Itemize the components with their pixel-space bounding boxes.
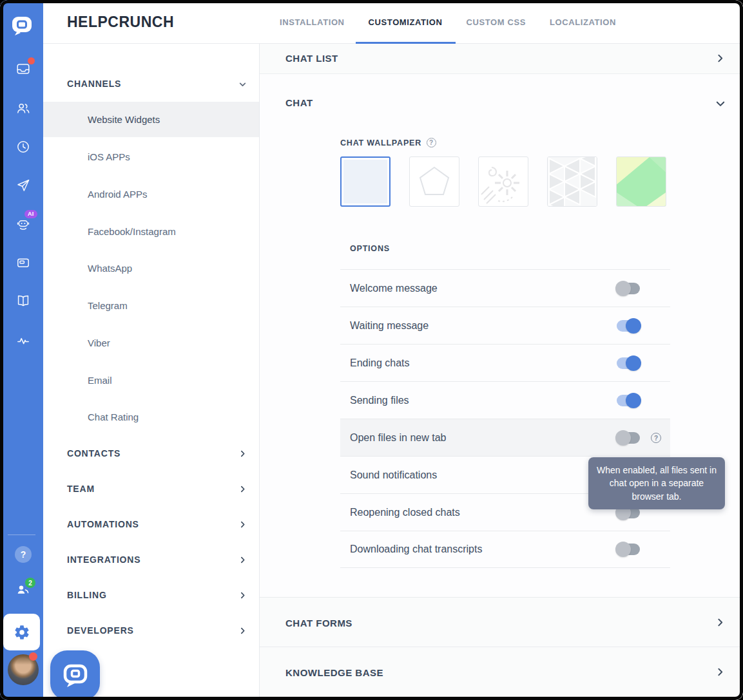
section-chat-forms[interactable]: CHAT FORMS [260, 597, 743, 647]
chat-forms-title: CHAT FORMS [285, 618, 352, 629]
sidebar-item-whatsapp[interactable]: WhatsApp [88, 263, 132, 274]
sidebar-item-android-apps[interactable]: Android APPs [88, 189, 148, 200]
option-label: Downloading chat transcripts [350, 544, 482, 555]
settings-tabs: INSTALLATION CUSTOMIZATION CUSTOM CSS LO… [280, 0, 616, 44]
ai-chatbot-icon[interactable] [15, 216, 31, 232]
sidebar-section-integrations[interactable]: INTEGRATIONS [67, 554, 140, 565]
top-header: HELPCRUNCH INSTALLATION CUSTOMIZATION CU… [43, 0, 743, 44]
icon-rail: AI ? 2 [0, 0, 43, 700]
option-label: Sound notifications [350, 469, 437, 481]
rail-divider [8, 534, 35, 535]
sidebar-item-ios-apps[interactable]: iOS APPs [88, 151, 130, 162]
wallpaper-pentagon[interactable] [409, 156, 459, 207]
option-row-open-files-new-tab: Open files in new tab ? [340, 419, 670, 456]
ending-chats-toggle[interactable] [617, 357, 640, 369]
tab-localization[interactable]: LOCALIZATION [550, 0, 616, 44]
wallpaper-floral-ornament[interactable] [478, 156, 528, 207]
chat-section-title: CHAT [285, 97, 313, 108]
chevron-right-icon[interactable] [238, 484, 247, 493]
sidebar-item-website-widgets[interactable]: Website Widgets [88, 114, 160, 125]
sidebar-item-email[interactable]: Email [88, 375, 112, 386]
tab-installation[interactable]: INSTALLATION [280, 0, 345, 44]
option-row-downloading-chat-transcripts: Downloading chat transcripts [340, 531, 670, 568]
chat-wallpaper-label-text: CHAT WALLPAPER [340, 138, 421, 147]
app-window: AI ? 2 [0, 0, 743, 700]
option-label: Waiting message [350, 320, 429, 332]
brand-title: HELPCRUNCH [67, 0, 174, 44]
chevron-right-icon[interactable] [238, 449, 247, 458]
option-row-welcome-message: Welcome message [340, 269, 670, 307]
contacts-icon[interactable] [15, 100, 31, 116]
option-label: Sending files [350, 395, 409, 406]
sending-files-toggle[interactable] [617, 395, 640, 406]
help-icon[interactable]: ? [15, 546, 32, 563]
avatar-status-dot [29, 652, 37, 661]
sidebar-section-channels[interactable]: CHANNELS [67, 79, 121, 89]
option-help-icon[interactable]: ? [651, 433, 661, 443]
option-row-waiting-message: Waiting message [340, 307, 670, 344]
inbox-unread-dot [28, 57, 35, 64]
knowledge-base-book-icon[interactable] [15, 293, 31, 308]
chevron-down-icon[interactable] [715, 99, 726, 109]
sidebar-section-automations[interactable]: AUTOMATIONS [67, 519, 139, 529]
sidebar-section-team[interactable]: TEAM [67, 484, 95, 494]
gear-icon [14, 624, 30, 641]
chevron-right-icon[interactable] [715, 53, 726, 64]
widgets-card-icon[interactable] [15, 255, 31, 270]
welcome-message-toggle[interactable] [617, 283, 640, 294]
waiting-message-toggle[interactable] [617, 320, 640, 332]
helpcrunch-logo-icon[interactable] [10, 13, 34, 37]
chat-wallpaper-label: CHAT WALLPAPER ? [340, 138, 436, 147]
tab-customization[interactable]: CUSTOMIZATION [369, 0, 443, 44]
section-chat-list[interactable]: CHAT LIST [260, 44, 743, 74]
customization-panel: CHAT LIST CHAT CHAT WALLPAPER ? [260, 44, 743, 700]
section-knowledge-base[interactable]: KNOWLEDGE BASE [260, 647, 743, 700]
ai-badge: AI [24, 210, 37, 218]
chevron-right-icon[interactable] [238, 555, 247, 564]
sidebar-item-chat-rating[interactable]: Chat Rating [88, 411, 139, 422]
open-files-new-tab-toggle[interactable] [617, 432, 640, 444]
chevron-right-icon[interactable] [715, 618, 726, 628]
open-files-tooltip: When enabled, all files sent in chat ope… [588, 457, 725, 509]
sidebar-item-telegram[interactable]: Telegram [88, 300, 128, 311]
option-row-sending-files: Sending files [340, 381, 670, 419]
chevron-right-icon[interactable] [238, 520, 247, 529]
campaigns-send-icon[interactable] [15, 178, 31, 193]
settings-tab-active[interactable] [3, 614, 40, 650]
option-label: Welcome message [350, 283, 438, 294]
sidebar-section-billing[interactable]: BILLING [67, 590, 107, 600]
chevron-right-icon[interactable] [715, 667, 726, 677]
chevron-right-icon[interactable] [238, 626, 247, 635]
wallpaper-plain-selected[interactable] [340, 156, 391, 207]
history-clock-icon[interactable] [15, 139, 31, 155]
chat-launcher-button[interactable] [50, 650, 100, 700]
downloading-chat-transcripts-toggle[interactable] [617, 544, 640, 555]
chevron-right-icon[interactable] [238, 591, 247, 600]
reports-pulse-icon[interactable] [15, 333, 31, 348]
chevron-down-icon[interactable] [238, 80, 247, 89]
sidebar-item-facebook-instagram[interactable]: Facebook/Instagram [88, 226, 176, 237]
option-label: Ending chats [350, 357, 410, 369]
options-label: OPTIONS [350, 244, 390, 253]
sidebar-section-developers[interactable]: DEVELOPERS [67, 625, 134, 636]
team-count-badge: 2 [25, 578, 35, 588]
wallpaper-swatches [340, 156, 666, 207]
knowledge-base-title: KNOWLEDGE BASE [285, 667, 383, 678]
wallpaper-green-polygons[interactable] [616, 156, 666, 207]
wallpaper-help-icon[interactable]: ? [427, 138, 436, 147]
tab-custom-css[interactable]: CUSTOM CSS [467, 0, 526, 44]
option-label: Reopening closed chats [350, 507, 460, 518]
chat-options-list: Welcome message Waiting message Ending c… [340, 269, 670, 568]
chat-list-title: CHAT LIST [285, 53, 338, 64]
option-label: Open files in new tab [350, 432, 446, 444]
option-row-ending-chats: Ending chats [340, 344, 670, 381]
chat-bubble-icon [61, 661, 90, 690]
sidebar-item-viber[interactable]: Viber [88, 337, 110, 348]
settings-sidebar: CHANNELS Website Widgets iOS APPs Androi… [43, 0, 260, 700]
wallpaper-triangle-mosaic[interactable] [547, 156, 597, 207]
sidebar-section-contacts[interactable]: CONTACTS [67, 448, 121, 459]
